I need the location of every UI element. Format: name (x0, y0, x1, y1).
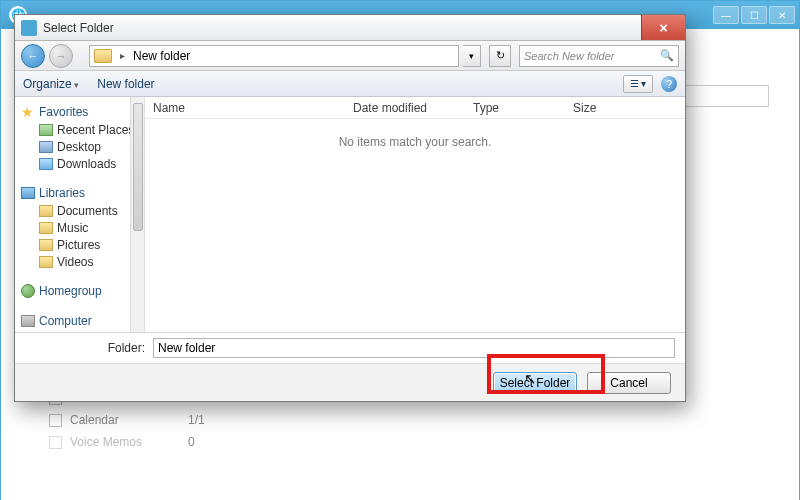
folder-name-row: Folder: (15, 333, 685, 363)
nav-item-desktop[interactable]: Desktop (21, 138, 140, 155)
view-options-button[interactable]: ☰ ▾ (623, 75, 653, 93)
nav-scrollbar[interactable] (130, 97, 144, 332)
col-type[interactable]: Type (465, 101, 565, 115)
folder-icon (94, 49, 112, 63)
nav-group-homegroup[interactable]: Homegroup (21, 282, 140, 300)
folder-icon (39, 205, 53, 217)
computer-icon (21, 315, 35, 327)
folder-icon (39, 222, 53, 234)
folder-icon (39, 239, 53, 251)
bg-row-label: Voice Memos (70, 435, 180, 449)
nav-forward-button[interactable]: → (49, 44, 73, 68)
scrollbar-thumb[interactable] (133, 103, 143, 231)
nav-group-favorites[interactable]: ★ Favorites (21, 103, 140, 121)
nav-item-local-disk-c[interactable]: Local Disk (C:) (21, 330, 140, 332)
dialog-titlebar[interactable]: Select Folder × (15, 15, 685, 41)
nav-item-downloads[interactable]: Downloads (21, 155, 140, 172)
chevron-right-icon[interactable]: ▸ (116, 50, 129, 61)
bg-close-button[interactable]: ✕ (769, 6, 795, 24)
bg-row-count: 1/1 (188, 413, 205, 427)
bg-maximize-button[interactable]: ☐ (741, 6, 767, 24)
empty-message: No items match your search. (145, 119, 685, 165)
checkbox-icon[interactable] (49, 436, 62, 449)
col-date[interactable]: Date modified (345, 101, 465, 115)
breadcrumb[interactable]: ▸ New folder (89, 45, 459, 67)
new-folder-button[interactable]: New folder (97, 77, 154, 91)
bg-row-count: 0 (188, 435, 195, 449)
star-icon: ★ (21, 105, 35, 119)
desktop-icon (39, 141, 53, 153)
select-folder-dialog: Select Folder × ← → ▸ New folder ▾ ↻ Sea… (14, 14, 686, 402)
cancel-button[interactable]: Cancel (587, 372, 671, 394)
cursor-icon: ↖ (524, 370, 538, 388)
search-input[interactable]: Search New folder 🔍 (519, 45, 679, 67)
search-placeholder: Search New folder (524, 50, 615, 62)
nav-item-pictures[interactable]: Pictures (21, 236, 140, 253)
nav-item-documents[interactable]: Documents (21, 202, 140, 219)
column-headers[interactable]: Name Date modified Type Size (145, 97, 685, 119)
bg-minimize-button[interactable]: — (713, 6, 739, 24)
file-list[interactable]: Name Date modified Type Size No items ma… (145, 97, 685, 332)
dialog-body: ★ Favorites Recent Places Desktop Downlo… (15, 97, 685, 333)
address-bar: ← → ▸ New folder ▾ ↻ Search New folder 🔍 (15, 41, 685, 71)
nav-tree: ★ Favorites Recent Places Desktop Downlo… (15, 97, 145, 332)
refresh-button[interactable]: ↻ (489, 45, 511, 67)
dialog-title: Select Folder (43, 21, 114, 35)
close-button[interactable]: × (641, 15, 685, 40)
downloads-icon (39, 158, 53, 170)
organize-menu[interactable]: Organize (23, 77, 79, 91)
nav-group-computer[interactable]: Computer (21, 312, 140, 330)
help-icon[interactable]: ? (661, 76, 677, 92)
checkbox-icon[interactable] (49, 414, 62, 427)
folder-label: Folder: (25, 341, 145, 355)
nav-item-videos[interactable]: Videos (21, 253, 140, 270)
homegroup-icon (21, 284, 35, 298)
list-item[interactable]: Voice Memos 0 (49, 431, 769, 453)
folder-name-input[interactable] (153, 338, 675, 358)
bg-row-label: Calendar (70, 413, 180, 427)
address-dropdown[interactable]: ▾ (463, 45, 481, 67)
libraries-icon (21, 187, 35, 199)
search-icon: 🔍 (660, 49, 674, 62)
window-buttons: × (641, 15, 685, 40)
toolbar: Organize New folder ☰ ▾ ? (15, 71, 685, 97)
list-item[interactable]: Calendar 1/1 (49, 409, 769, 431)
recent-icon (39, 124, 53, 136)
nav-item-music[interactable]: Music (21, 219, 140, 236)
nav-item-recent-places[interactable]: Recent Places (21, 121, 140, 138)
col-name[interactable]: Name (145, 101, 345, 115)
dialog-icon (21, 20, 37, 36)
dialog-button-row: Select Folder Cancel (15, 363, 685, 401)
nav-group-libraries[interactable]: Libraries (21, 184, 140, 202)
nav-back-button[interactable]: ← (21, 44, 45, 68)
breadcrumb-segment[interactable]: New folder (133, 49, 190, 63)
col-size[interactable]: Size (565, 101, 645, 115)
folder-icon (39, 256, 53, 268)
